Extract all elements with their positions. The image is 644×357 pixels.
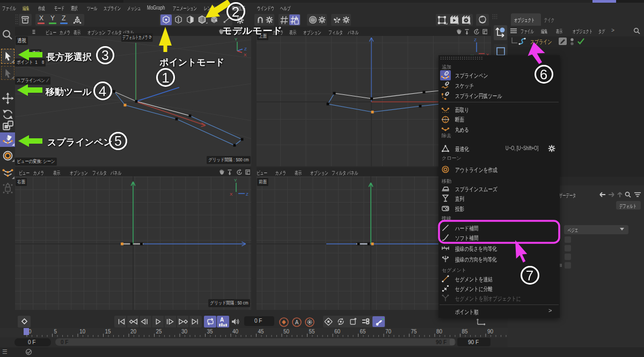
svg-text:15: 15 — [105, 329, 112, 334]
svg-text:25: 25 — [156, 329, 163, 334]
svg-text:55: 55 — [309, 329, 316, 334]
svg-text:65: 65 — [360, 329, 367, 334]
svg-text:20: 20 — [130, 329, 137, 334]
svg-text:A: A — [295, 319, 299, 325]
svg-text:80: 80 — [436, 329, 443, 334]
svg-text:Z: Z — [246, 192, 248, 197]
svg-text:X: X — [230, 192, 233, 197]
svg-text:X: X — [244, 53, 247, 57]
svg-text:40: 40 — [232, 329, 239, 334]
svg-text:Y: Y — [234, 178, 237, 183]
svg-text:35: 35 — [207, 329, 214, 334]
svg-text:Y: Y — [235, 37, 238, 42]
svg-text:50: 50 — [283, 329, 290, 334]
svg-text:30: 30 — [181, 329, 188, 334]
svg-text:70: 70 — [385, 329, 392, 334]
svg-text:75: 75 — [411, 329, 418, 334]
svg-text:Z: Z — [474, 38, 477, 42]
svg-text:90: 90 — [487, 329, 494, 334]
svg-text:60: 60 — [334, 329, 341, 334]
svg-text:10: 10 — [79, 329, 86, 334]
svg-text:85: 85 — [462, 329, 469, 334]
svg-text:45: 45 — [258, 329, 265, 334]
svg-text:Z: Z — [244, 47, 247, 51]
svg-text:5: 5 — [54, 329, 57, 334]
